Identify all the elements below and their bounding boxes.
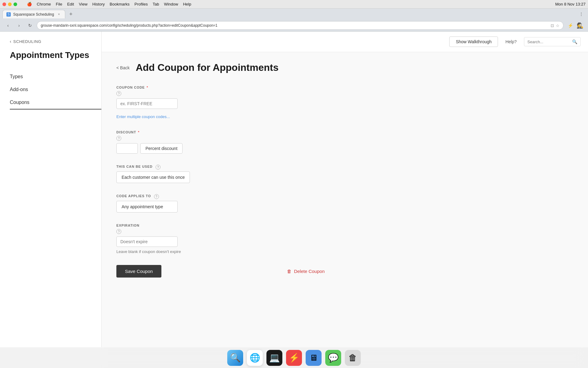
refresh-nav-button[interactable]: ↻ [26,21,34,30]
expiration-input[interactable] [116,236,178,247]
help-button[interactable]: Help? [502,37,520,47]
expiration-label: EXPIRATION [116,224,363,227]
bookmark-icon[interactable]: ☆ [556,23,560,28]
cast-icon: ⊡ [551,23,554,28]
expiration-label-text: EXPIRATION [116,224,139,227]
sidebar-item-types-label: Types [10,74,23,79]
coupon-code-label-text: COUPON CODE [116,86,145,89]
sidebar-item-addons-label: Add-ons [10,87,28,92]
mac-menu-bar: 🍎 Chrome File Edit View History Bookmark… [24,2,194,6]
required-indicator: * [147,86,148,89]
applies-label-row: CODE APPLIES TO ? [116,194,363,200]
discount-section: DISCOUNT * ? 100 Percent discount [116,130,363,154]
menu-help[interactable]: Help [181,2,194,6]
discount-value-input[interactable]: 100 [116,143,138,154]
expiration-hint: Leave blank if coupon doesn't expire [116,249,363,254]
usage-select[interactable]: Each customer can use this once [116,171,190,183]
browser-tab[interactable]: S Squarespace Scheduling × [2,10,65,18]
dock-transmit-icon[interactable]: 🖥 [306,350,322,366]
close-window-button[interactable] [2,2,6,6]
coupon-code-input[interactable] [116,98,178,109]
menu-view[interactable]: View [77,2,90,6]
sidebar-nav: Types Add-ons Coupons [0,70,101,109]
apple-menu[interactable]: 🍎 [24,2,34,6]
extensions-icon[interactable]: ⚡ [566,21,575,30]
sidebar-back-label: SCHEDULING [13,39,41,44]
multiple-coupons-link[interactable]: Enter multiple coupon codes... [116,114,170,119]
menu-profiles[interactable]: Profiles [132,2,150,6]
form-header: < Back Add Coupon for Appointments [116,62,363,73]
delete-coupon-label: Delete Coupon [294,269,325,274]
search-input[interactable] [527,40,570,44]
applies-section: CODE APPLIES TO ? Any appointment type [116,194,363,213]
maximize-window-button[interactable] [13,2,17,6]
usage-label-row: THIS CAN BE USED ? [116,165,363,170]
tab-bar: S Squarespace Scheduling × + ⋮ [0,9,588,20]
form-container: < Back Add Coupon for Appointments COUPO… [102,52,377,287]
traffic-lights[interactable] [2,2,17,6]
time-display: Mon 8 Nov 13:27 [555,2,586,6]
coupon-code-help-icon[interactable]: ? [116,91,121,96]
dock-terminal-icon[interactable]: 💻 [266,350,282,366]
incognito-icon[interactable]: 🕵 [576,21,584,30]
coupon-code-label: COUPON CODE * [116,86,363,89]
menu-bookmarks[interactable]: Bookmarks [107,2,132,6]
discount-required-indicator: * [138,130,139,134]
forward-nav-button[interactable]: › [15,21,23,30]
menu-window[interactable]: Window [161,2,180,6]
main-content: Show Walkthrough Help? 🔍 < Back Add Coup… [102,32,588,368]
back-nav-button[interactable]: ‹ [4,21,12,30]
sidebar: ‹ SCHEDULING Appointment Types Types Add… [0,32,102,368]
form-title: Add Coupon for Appointments [136,62,278,73]
url-text: grouse-mandarin-sxnl.squarespace.com/con… [41,23,551,28]
sidebar-item-coupons-label: Coupons [10,100,29,105]
menu-history[interactable]: History [90,2,107,6]
dock-finder-icon[interactable]: 🔍 [227,350,243,366]
applies-label-text: CODE APPLIES TO [116,194,151,198]
trash-icon: 🗑 [287,269,292,274]
expiration-help-icon[interactable]: ? [116,229,121,234]
sidebar-back-link[interactable]: ‹ SCHEDULING [0,39,101,50]
usage-help-icon[interactable]: ? [156,165,160,170]
expiration-section: EXPIRATION ? Leave blank if coupon doesn… [116,224,363,254]
menu-tab[interactable]: Tab [150,2,161,6]
menu-chrome[interactable]: Chrome [34,2,53,6]
discount-label: DISCOUNT * [116,130,363,134]
menu-edit[interactable]: Edit [65,2,76,6]
search-icon[interactable]: 🔍 [572,39,577,44]
save-coupon-button[interactable]: Save Coupon [116,265,161,278]
show-walkthrough-button[interactable]: Show Walkthrough [449,36,498,47]
discount-label-text: DISCOUNT [116,130,136,134]
sidebar-item-types[interactable]: Types [0,70,101,83]
applies-help-icon[interactable]: ? [154,194,159,199]
delete-coupon-button[interactable]: 🗑 Delete Coupon [281,265,331,278]
app-container: ‹ SCHEDULING Appointment Types Types Add… [0,32,588,368]
url-icons: ⊡ ☆ [551,23,560,28]
dock-reeder-icon[interactable]: ⚡ [286,350,302,366]
tab-close-button[interactable]: × [56,12,61,17]
menu-file[interactable]: File [53,2,65,6]
usage-section: THIS CAN BE USED ? Each customer can use… [116,165,363,183]
discount-type-button[interactable]: Percent discount [140,143,183,154]
url-bar[interactable]: grouse-mandarin-sxnl.squarespace.com/con… [37,21,564,30]
applies-dropdown[interactable]: Any appointment type [116,201,178,213]
tab-favicon: S [6,12,11,17]
mac-titlebar: 🍎 Chrome File Edit View History Bookmark… [0,0,588,9]
new-tab-button[interactable]: + [66,10,75,18]
browser-chrome: S Squarespace Scheduling × + ⋮ ‹ › ↻ gro… [0,9,588,32]
sidebar-item-coupons[interactable]: Coupons [10,96,101,109]
usage-select-value: Each customer can use this once [122,175,185,180]
minimize-window-button[interactable] [8,2,12,6]
dock-chrome-icon[interactable]: 🌐 [247,350,263,366]
discount-help-icon[interactable]: ? [116,136,121,141]
applies-dropdown-value: Any appointment type [122,204,163,209]
coupon-code-section: COUPON CODE * ? Enter multiple coupon co… [116,86,363,119]
dock-messages-icon[interactable]: 💬 [325,350,341,366]
search-bar[interactable]: 🔍 [524,37,581,46]
back-link[interactable]: < Back [116,65,130,70]
sidebar-item-addons[interactable]: Add-ons [0,83,101,96]
dock-trash-icon[interactable]: 🗑 [345,350,361,366]
sidebar-back-arrow-icon: ‹ [10,39,11,44]
browser-more-button[interactable]: ⋮ [577,10,586,18]
applies-label: CODE APPLIES TO [116,194,151,198]
